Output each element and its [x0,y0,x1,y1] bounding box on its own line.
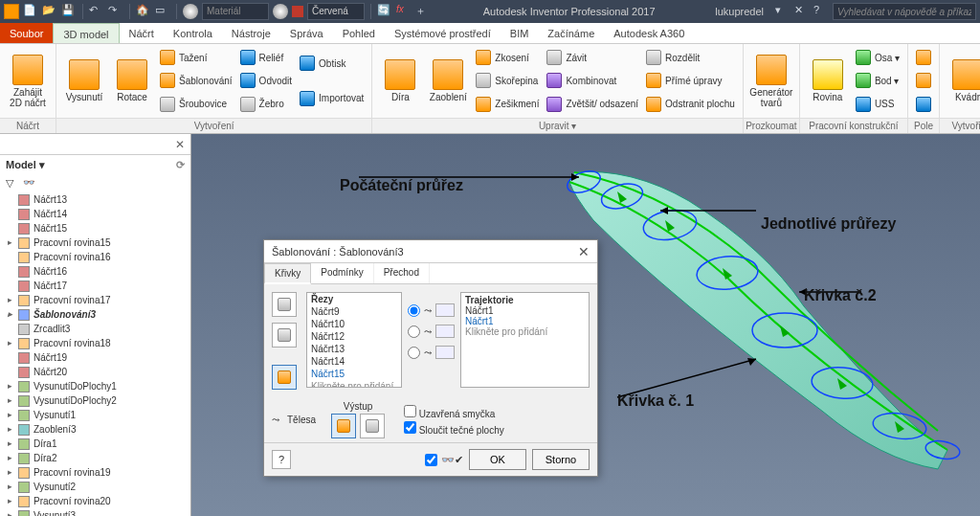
tree-item[interactable]: ▸Díra2 [15,451,190,465]
fillet-button[interactable]: Zaoblení [424,46,472,116]
new-icon[interactable]: 📄 [23,4,38,19]
dialog-close-icon[interactable]: ✕ [578,244,590,259]
centerline-mode-radio[interactable]: ⤳ [408,325,455,338]
sweep-button[interactable]: Tažení [156,47,236,68]
tab-sprava[interactable]: Správa [280,23,333,43]
filter-icon[interactable]: ▽ [6,177,19,191]
open-icon[interactable]: 📂 [42,4,57,19]
cancel-button[interactable]: Storno [532,449,590,470]
tab-pohled[interactable]: Pohled [333,23,385,43]
ucs-button[interactable]: USS [852,94,903,115]
tree-item[interactable]: ▸Pracovní rovina17 [15,293,190,307]
select-icon[interactable]: ▭ [155,4,170,19]
tree-item[interactable]: Náčrt17 [15,279,190,293]
tool-surface-button[interactable] [272,365,297,390]
help-icon[interactable]: ? [813,4,829,19]
plane-button[interactable]: Rovina [804,46,852,116]
rails-mode-radio[interactable]: ⤳ [408,303,455,317]
decal-button[interactable]: Obtisk [296,53,368,74]
pattern-circ-button[interactable] [912,70,935,91]
dialog-tab-podminky[interactable]: Podmínky [311,263,373,283]
emboss-button[interactable]: Reliéf [236,47,296,68]
tab-kontrola[interactable]: Kontrola [164,23,222,43]
chamfer-button[interactable]: Zkosení [472,47,543,68]
color-sphere-icon[interactable] [273,4,288,19]
tree-item[interactable]: ▸Vysunutí2 [15,480,190,494]
tree-item[interactable]: ▸Díra1 [15,437,190,451]
hole-button[interactable]: Díra [376,46,424,116]
tree-item[interactable]: Náčrt19 [15,350,190,365]
axis-button[interactable]: Osa ▾ [852,47,903,68]
extrude-button[interactable]: Vysunutí [60,46,108,116]
tree-item[interactable]: Náčrt13 [15,192,190,207]
redo-icon[interactable]: ↷ [108,4,123,19]
browser-close-icon[interactable]: ✕ [175,138,185,151]
refresh-icon[interactable]: 🔄 [377,4,392,19]
group-label-upravit[interactable]: Upravit ▾ [372,118,743,133]
binoculars-icon[interactable]: 👓 [23,177,36,191]
loft-button[interactable]: Šablonování [156,70,236,91]
output-solid-button[interactable] [331,414,356,438]
tree-item[interactable]: ▸Pracovní rovina20 [15,494,190,508]
shell-button[interactable]: Skořepina [472,70,543,91]
sections-listbox[interactable]: ŘezyNáčrt9Náčrt10Náčrt12Náčrt13Náčrt14Ná… [306,292,402,388]
tab-nastroje[interactable]: Nástroje [222,23,280,43]
user-name[interactable]: lukupredel [715,6,764,17]
tab-a360[interactable]: Autodesk A360 [604,23,694,43]
badge-icon[interactable]: ✕ [794,4,810,19]
draft-button[interactable]: Zešikmení [472,94,543,115]
box-button[interactable]: Kvádr [944,46,980,116]
closed-loop-checkbox[interactable]: Uzavřená smyčka [404,405,504,419]
tree-item[interactable]: ▸Pracovní rovina18 [15,336,190,350]
area-mode-radio[interactable]: ⤳ [408,346,455,359]
tree-item[interactable]: ▸VysunutíDoPlochy1 [15,379,190,393]
tree-item[interactable]: Náčrt14 [15,207,190,221]
tab-zaciname[interactable]: Začínáme [538,23,604,43]
undo-icon[interactable]: ↶ [89,4,104,19]
thicken-button[interactable]: Zvětšit/ odsazení [543,94,642,115]
tree-item[interactable]: Náčrt16 [15,264,190,279]
tree-item[interactable]: ▸Zaoblení3 [15,422,190,437]
tab-sysprost[interactable]: Systémové prostředí [385,23,501,43]
ok-button[interactable]: OK [469,449,526,470]
direct-edit-button[interactable]: Přímé úpravy [642,70,739,91]
tree-item[interactable]: ▸Pracovní rovina15 [15,236,190,250]
start-2d-sketch-button[interactable]: Zahájit 2D náčrt [4,46,52,116]
thread-button[interactable]: Závit [543,47,642,68]
tree-item[interactable]: Pracovní rovina16 [15,250,190,264]
material-dropdown[interactable]: Materiál [202,3,269,20]
shape-generator-button[interactable]: Generátor tvarů [747,46,795,116]
tool-cut-button[interactable] [272,323,297,348]
user-chevron-icon[interactable]: ▾ [775,4,791,19]
tree-item[interactable]: ▸Vysunutí1 [15,408,190,422]
mirror-button[interactable] [912,94,935,115]
dialog-tab-krivky[interactable]: Křivky [264,263,311,284]
tree-item[interactable]: ▸VysunutíDoPlochy2 [15,393,190,408]
tree-item[interactable]: Náčrt20 [15,365,190,379]
help-search-input[interactable] [833,3,976,20]
plus-icon[interactable]: ＋ [415,4,431,19]
tree-item[interactable]: Náčrt15 [15,221,190,236]
output-surface-button[interactable] [360,414,385,438]
point-button[interactable]: Bod ▾ [852,70,903,91]
pattern-rect-button[interactable] [912,47,935,68]
rib-button[interactable]: Žebro [236,94,296,115]
split-button[interactable]: Rozdělit [642,47,739,68]
appearance-sphere-icon[interactable] [183,4,198,19]
home-icon[interactable]: 🏠 [136,4,151,19]
fx-icon[interactable]: fx [396,4,412,19]
tree-item[interactable]: Zrcadlit3 [15,322,190,336]
tree-item[interactable]: ▸Šablonování3 [15,307,190,322]
model-tree[interactable]: Náčrt13Náčrt14Náčrt15▸Pracovní rovina15P… [0,192,190,516]
derive-button[interactable]: Odvodit [236,70,296,91]
tab-nacrt[interactable]: Náčrt [120,23,164,43]
tab-3d-model[interactable]: 3D model [53,23,119,43]
color-dropdown[interactable]: Červená [307,3,365,20]
dialog-help-button[interactable]: ? [272,450,291,469]
merge-tangent-checkbox[interactable]: Sloučit tečné plochy [404,421,504,436]
dialog-preview-toggle[interactable]: 👓✔ [425,454,463,466]
revolve-button[interactable]: Rotace [108,46,156,116]
tab-soubor[interactable]: Soubor [0,23,53,43]
rails-listbox[interactable]: Trajektorie Náčrt1 Náčrt1 Klikněte pro p… [460,292,590,388]
tree-item[interactable]: ▸Pracovní rovina19 [15,465,190,480]
